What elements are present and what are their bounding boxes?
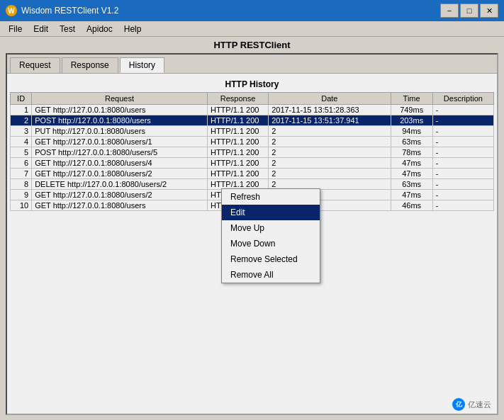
cell-date: 2017-11-15 13:51:28.363 (269, 105, 391, 115)
cell-time: 47ms (391, 169, 432, 179)
cell-response: HTTP/1.1 200 (207, 115, 268, 126)
cell-time: 203ms (391, 115, 432, 126)
cell-date: 2 (269, 137, 391, 147)
menu-edit[interactable]: Edit (28, 23, 54, 35)
table-row[interactable]: 1 GET http://127.0.0.1:8080/users HTTP/1… (11, 105, 494, 115)
cell-desc: - (432, 126, 493, 137)
context-menu-edit[interactable]: Edit (222, 205, 320, 220)
context-menu-refresh[interactable]: Refresh (222, 189, 320, 205)
context-menu-move-down[interactable]: Move Down (222, 236, 320, 251)
cell-time: 46ms (391, 200, 432, 211)
menu-bar: File Edit Test Apidoc Help (0, 21, 504, 37)
table-row[interactable]: 5 POST http://127.0.0.1:8080/users/5 HTT… (11, 147, 494, 158)
watermark-icon: 亿 (452, 398, 465, 411)
cell-response: HTTP/1.1 200 (207, 105, 268, 115)
cell-response: HTTP/1.1 200 (207, 147, 268, 158)
cell-desc: - (432, 200, 493, 211)
table-row[interactable]: 4 GET http://127.0.0.1:8080/users/1 HTTP… (11, 137, 494, 147)
cell-desc: - (432, 179, 493, 190)
col-header-time: Time (391, 93, 432, 105)
app-title-bar: Wisdom RESTClient V1.2 (21, 6, 118, 16)
table-row[interactable]: 6 GET http://127.0.0.1:8080/users/4 HTTP… (11, 158, 494, 169)
context-menu-remove-all[interactable]: Remove All (222, 267, 320, 283)
close-button[interactable]: ✕ (480, 4, 498, 18)
cell-desc: - (432, 190, 493, 200)
cell-date: 2017-11-15 13:51:37.941 (269, 115, 391, 126)
tab-history[interactable]: History (120, 57, 164, 73)
cell-desc: - (432, 169, 493, 179)
title-bar-left: W Wisdom RESTClient V1.2 (6, 5, 118, 16)
cell-response: HTTP/1.1 200 (207, 126, 268, 137)
cell-request: POST http://127.0.0.1:8080/users (32, 115, 208, 126)
title-bar: W Wisdom RESTClient V1.2 − □ ✕ (0, 0, 504, 21)
cell-response: HTTP/1.1 200 (207, 169, 268, 179)
minimize-button[interactable]: − (440, 4, 459, 18)
cell-time: 63ms (391, 179, 432, 190)
menu-test[interactable]: Test (54, 23, 81, 35)
cell-desc: - (432, 105, 493, 115)
table-row[interactable]: 7 GET http://127.0.0.1:8080/users/2 HTTP… (11, 169, 494, 179)
cell-time: 78ms (391, 147, 432, 158)
cell-date: 2 (269, 158, 391, 169)
main-content: Request Response History HTTP History ID… (6, 53, 498, 415)
col-header-id: ID (11, 93, 32, 105)
cell-time: 749ms (391, 105, 432, 115)
cell-desc: - (432, 158, 493, 169)
cell-id: 2 (11, 115, 32, 126)
watermark: 亿 亿速云 (452, 398, 491, 411)
tab-content-history: HTTP History ID Request Response Date Ti… (7, 74, 497, 414)
title-bar-controls: − □ ✕ (440, 4, 498, 18)
tab-response[interactable]: Response (62, 57, 118, 73)
cell-id: 5 (11, 147, 32, 158)
cell-request: DELETE http://127.0.0.1:8080/users/2 (32, 179, 208, 190)
cell-request: GET http://127.0.0.1:8080/users/2 (32, 190, 208, 200)
cell-id: 9 (11, 190, 32, 200)
col-header-request: Request (32, 93, 208, 105)
menu-file[interactable]: File (3, 23, 28, 35)
col-header-date: Date (269, 93, 391, 105)
cell-request: GET http://127.0.0.1:8080/users/4 (32, 158, 208, 169)
cell-request: GET http://127.0.0.1:8080/users (32, 200, 208, 211)
cell-date: 2 (269, 147, 391, 158)
menu-apidoc[interactable]: Apidoc (81, 23, 118, 35)
cell-desc: - (432, 137, 493, 147)
app-main-title: HTTP RESTClient (0, 37, 504, 53)
cell-request: GET http://127.0.0.1:8080/users/1 (32, 137, 208, 147)
cell-time: 47ms (391, 158, 432, 169)
cell-id: 8 (11, 179, 32, 190)
context-menu: Refresh Edit Move Up Move Down Remove Se… (221, 188, 320, 283)
section-title: HTTP History (10, 76, 494, 92)
cell-time: 47ms (391, 190, 432, 200)
context-menu-move-up[interactable]: Move Up (222, 220, 320, 236)
tab-bar: Request Response History (7, 55, 497, 74)
cell-id: 10 (11, 200, 32, 211)
cell-id: 6 (11, 158, 32, 169)
cell-date: 2 (269, 126, 391, 137)
cell-date: 2 (269, 169, 391, 179)
cell-id: 1 (11, 105, 32, 115)
cell-id: 7 (11, 169, 32, 179)
cell-desc: - (432, 147, 493, 158)
cell-request: POST http://127.0.0.1:8080/users/5 (32, 147, 208, 158)
cell-desc: - (432, 115, 493, 126)
cell-request: PUT http://127.0.0.1:8080/users (32, 126, 208, 137)
col-header-desc: Description (432, 93, 493, 105)
table-row[interactable]: 3 PUT http://127.0.0.1:8080/users HTTP/1… (11, 126, 494, 137)
cell-request: GET http://127.0.0.1:8080/users/2 (32, 169, 208, 179)
cell-request: GET http://127.0.0.1:8080/users (32, 105, 208, 115)
app-icon: W (6, 5, 17, 16)
tab-request[interactable]: Request (10, 57, 60, 73)
watermark-text: 亿速云 (468, 399, 491, 410)
cell-id: 3 (11, 126, 32, 137)
table-row[interactable]: 2 POST http://127.0.0.1:8080/users HTTP/… (11, 115, 494, 126)
cell-response: HTTP/1.1 200 (207, 158, 268, 169)
menu-help[interactable]: Help (118, 23, 147, 35)
context-menu-remove-selected[interactable]: Remove Selected (222, 251, 320, 267)
cell-id: 4 (11, 137, 32, 147)
cell-time: 63ms (391, 137, 432, 147)
maximize-button[interactable]: □ (460, 4, 478, 18)
col-header-response: Response (207, 93, 268, 105)
cell-time: 94ms (391, 126, 432, 137)
cell-response: HTTP/1.1 200 (207, 137, 268, 147)
